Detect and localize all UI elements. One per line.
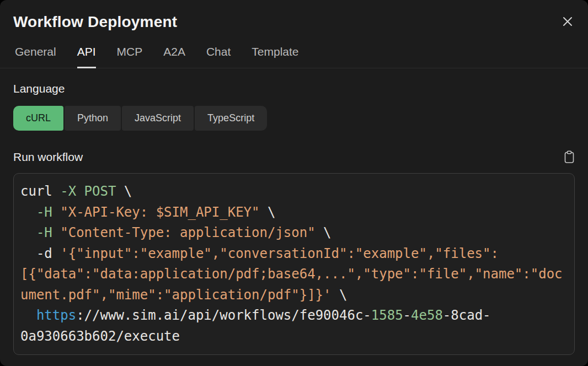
page-title: Workflow Deployment (13, 13, 177, 31)
language-option-typescript[interactable]: TypeScript (195, 106, 267, 131)
language-option-curl[interactable]: cURL (13, 106, 63, 131)
language-selector: cURLPythonJavaScriptTypeScript (13, 106, 575, 131)
code-line: -H "X-API-Key: $SIM_API_KEY" \ (20, 202, 568, 223)
language-label: Language (13, 82, 575, 95)
clipboard-icon (564, 157, 575, 165)
language-option-javascript[interactable]: JavaScript (122, 106, 194, 131)
tab-bar: GeneralAPIMCPA2AChatTemplate (0, 45, 588, 68)
tab-mcp[interactable]: MCP (117, 45, 143, 68)
code-line: -H "Content-Type: application/json" \ (20, 223, 568, 244)
close-icon (562, 21, 574, 29)
tab-api[interactable]: API (77, 45, 96, 68)
tab-a2a[interactable]: A2A (163, 45, 185, 68)
code-block[interactable]: curl -X POST \ -H "X-API-Key: $SIM_API_K… (13, 173, 575, 355)
code-line: https://www.sim.ai/api/workflows/fe90046… (20, 305, 568, 326)
dialog-header: Workflow Deployment (0, 0, 588, 31)
language-option-python[interactable]: Python (65, 106, 121, 131)
dialog-content: Language cURLPythonJavaScriptTypeScript … (0, 82, 588, 355)
run-workflow-label: Run workflow (13, 150, 83, 164)
workflow-deployment-dialog: Workflow Deployment GeneralAPIMCPA2AChat… (0, 0, 588, 366)
tab-general[interactable]: General (15, 45, 56, 68)
run-workflow-row: Run workflow (13, 150, 575, 164)
tab-template[interactable]: Template (252, 45, 298, 68)
code-line: [{"data":"data:application/pdf;base64,..… (20, 264, 568, 285)
code-line: 0a930663b602/execute (20, 326, 568, 347)
tab-chat[interactable]: Chat (206, 45, 231, 68)
copy-button[interactable] (564, 150, 575, 164)
close-button[interactable] (560, 14, 575, 29)
code-line: curl -X POST \ (20, 181, 568, 202)
code-line: ument.pdf","mime":"application/pdf"}]}' … (20, 285, 568, 306)
code-line: -d '{"input":"example","conversationId":… (20, 244, 568, 265)
